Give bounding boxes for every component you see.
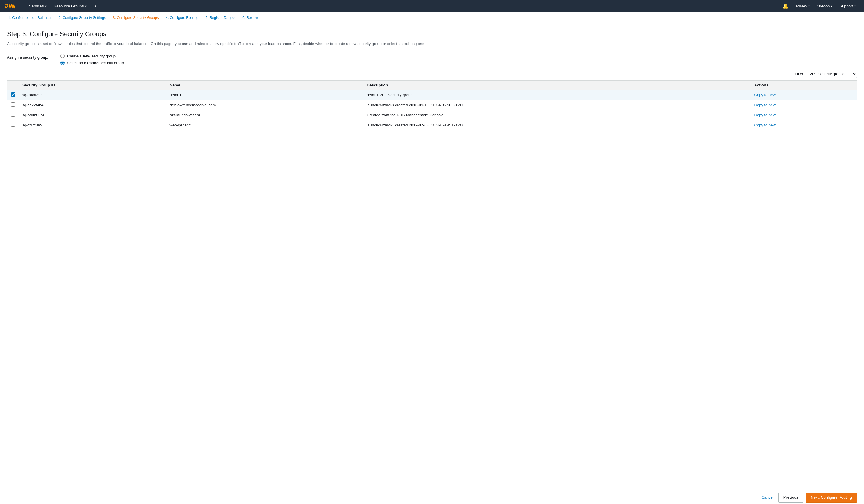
row-sg-id: sg-bd0b80c4 bbox=[19, 110, 166, 120]
support-menu[interactable]: Support ▾ bbox=[836, 0, 859, 12]
row-actions[interactable]: Copy to new bbox=[751, 110, 857, 120]
page-title: Step 3: Configure Security Groups bbox=[7, 30, 857, 38]
radio-options: Create a new security group Select an ex… bbox=[60, 54, 124, 65]
col-checkbox bbox=[8, 80, 19, 90]
region-menu[interactable]: Oregon ▾ bbox=[813, 0, 836, 12]
wizard-step-4[interactable]: 4. Configure Routing bbox=[163, 12, 202, 24]
col-name: Name bbox=[166, 80, 363, 90]
user-chevron-icon: ▾ bbox=[808, 4, 810, 8]
col-sg-id: Security Group ID bbox=[19, 80, 166, 90]
row-checkbox[interactable] bbox=[11, 112, 15, 117]
copy-to-new-link[interactable]: Copy to new bbox=[754, 113, 776, 117]
table-row: sg-fa4af39c default default VPC security… bbox=[8, 90, 857, 100]
wizard-steps: 1. Configure Load Balancer 2. Configure … bbox=[0, 12, 864, 24]
copy-to-new-link[interactable]: Copy to new bbox=[754, 93, 776, 97]
bookmarks-nav[interactable]: ✦ bbox=[90, 0, 100, 12]
row-actions[interactable]: Copy to new bbox=[751, 100, 857, 110]
row-actions[interactable]: Copy to new bbox=[751, 90, 857, 100]
col-description: Description bbox=[363, 80, 751, 90]
row-name: rds-launch-wizard bbox=[166, 110, 363, 120]
filter-row: Filter VPC security groups bbox=[7, 70, 857, 78]
row-checkbox-cell[interactable] bbox=[8, 120, 19, 130]
region-chevron-icon: ▾ bbox=[831, 4, 832, 8]
create-new-radio[interactable] bbox=[60, 54, 64, 58]
wizard-step-5[interactable]: 5. Register Targets bbox=[202, 12, 239, 24]
wizard-step-6[interactable]: 6. Review bbox=[239, 12, 262, 24]
row-checkbox[interactable] bbox=[11, 123, 15, 127]
row-checkbox-cell[interactable] bbox=[8, 110, 19, 120]
row-description: launch-wizard-3 created 2016-09-19T10:54… bbox=[363, 100, 751, 110]
row-description: Created from the RDS Management Console bbox=[363, 110, 751, 120]
select-existing-option[interactable]: Select an existing security group bbox=[60, 61, 124, 65]
page-description: A security group is a set of firewall ru… bbox=[7, 41, 857, 47]
select-existing-radio[interactable] bbox=[60, 61, 64, 65]
services-chevron-icon: ▾ bbox=[45, 4, 47, 8]
table-header: Security Group ID Name Description Actio… bbox=[8, 80, 857, 90]
row-checkbox[interactable] bbox=[11, 102, 15, 107]
row-checkbox-cell[interactable] bbox=[8, 90, 19, 100]
user-menu[interactable]: edMex ▾ bbox=[792, 0, 813, 12]
wizard-step-1[interactable]: 1. Configure Load Balancer bbox=[5, 12, 55, 24]
table-row: sg-bd0b80c4 rds-launch-wizard Created fr… bbox=[8, 110, 857, 120]
aws-logo[interactable] bbox=[5, 2, 20, 10]
wizard-step-2[interactable]: 2. Configure Security Settings bbox=[55, 12, 109, 24]
resource-groups-nav[interactable]: Resource Groups ▾ bbox=[50, 0, 90, 12]
resource-groups-chevron-icon: ▾ bbox=[85, 4, 86, 8]
col-actions: Actions bbox=[751, 80, 857, 90]
row-sg-id: sg-cf1fc8b5 bbox=[19, 120, 166, 130]
row-sg-id: sg-cd22f4b4 bbox=[19, 100, 166, 110]
copy-to-new-link[interactable]: Copy to new bbox=[754, 123, 776, 127]
table-body: sg-fa4af39c default default VPC security… bbox=[8, 90, 857, 130]
row-checkbox-cell[interactable] bbox=[8, 100, 19, 110]
row-checkbox[interactable] bbox=[11, 93, 15, 97]
table-row: sg-cd22f4b4 dev.lawrencemcdaniel.com lau… bbox=[8, 100, 857, 110]
support-chevron-icon: ▾ bbox=[854, 4, 856, 8]
assign-security-group-row: Assign a security group: Create a new se… bbox=[7, 54, 857, 65]
main-content: Step 3: Configure Security Groups A secu… bbox=[0, 24, 864, 136]
security-groups-table: Security Group ID Name Description Actio… bbox=[7, 80, 857, 130]
row-sg-id: sg-fa4af39c bbox=[19, 90, 166, 100]
table-row: sg-cf1fc8b5 web-generic launch-wizard-1 … bbox=[8, 120, 857, 130]
row-name: default bbox=[166, 90, 363, 100]
create-new-option[interactable]: Create a new security group bbox=[60, 54, 124, 58]
alerts-icon[interactable]: 🔔 bbox=[779, 0, 792, 12]
copy-to-new-link[interactable]: Copy to new bbox=[754, 103, 776, 107]
top-nav: Services ▾ Resource Groups ▾ ✦ 🔔 edMex ▾… bbox=[0, 0, 864, 12]
row-description: launch-wizard-1 created 2017-07-08T10:39… bbox=[363, 120, 751, 130]
row-description: default VPC security group bbox=[363, 90, 751, 100]
bookmark-icon: ✦ bbox=[94, 4, 97, 8]
row-actions[interactable]: Copy to new bbox=[751, 120, 857, 130]
row-name: web-generic bbox=[166, 120, 363, 130]
row-name: dev.lawrencemcdaniel.com bbox=[166, 100, 363, 110]
filter-select[interactable]: VPC security groups bbox=[806, 70, 857, 78]
filter-label: Filter bbox=[795, 72, 803, 76]
services-nav[interactable]: Services ▾ bbox=[25, 0, 50, 12]
assign-label: Assign a security group: bbox=[7, 54, 60, 60]
wizard-step-3[interactable]: 3. Configure Security Groups bbox=[109, 12, 163, 24]
